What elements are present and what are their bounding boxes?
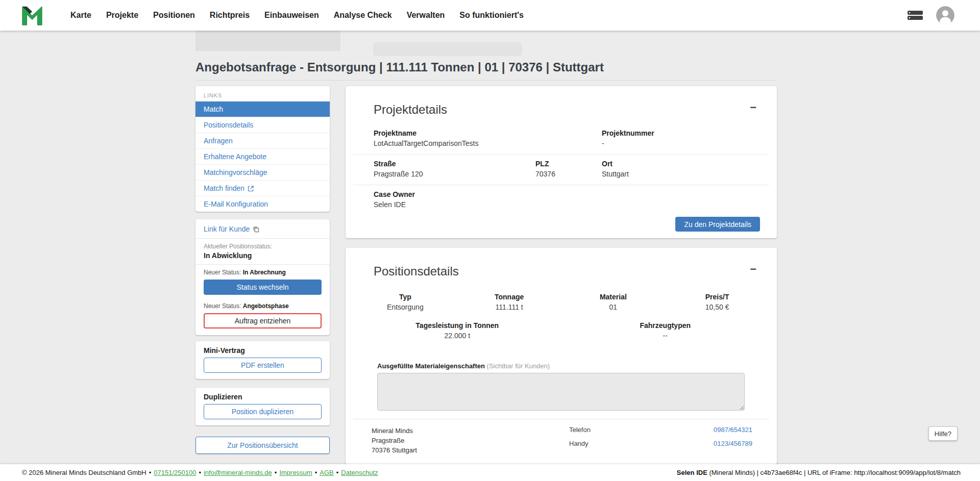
sidebar-item-matchingvorschlaege[interactable]: Matchingvorschläge bbox=[195, 164, 330, 180]
stat-value: 01 bbox=[561, 303, 666, 311]
telefon-link[interactable]: 0987/654321 bbox=[714, 426, 752, 434]
project-row-2: Straße Pragstraße 120 PLZ 70376 Ort Stut… bbox=[353, 155, 769, 185]
duplicate-position-button[interactable]: Position duplizieren bbox=[204, 404, 322, 419]
stat-value: 111.111 t bbox=[457, 303, 561, 311]
links-card: LINKS Match Positionsdetails Anfragen Er… bbox=[195, 86, 330, 212]
nav-item-projekte[interactable]: Projekte bbox=[106, 11, 138, 20]
nav-item-so-funktionierts[interactable]: So funktioniert's bbox=[459, 11, 524, 20]
stat-value: 10,50 € bbox=[665, 303, 769, 311]
footer-separator: • bbox=[149, 469, 152, 476]
external-link-icon bbox=[248, 186, 254, 192]
field-value: LotActualTargetComparisonTests bbox=[374, 139, 602, 147]
stat-label: Material bbox=[561, 293, 666, 301]
footer-session-text: (Mineral Minds) | c4b73ae68f4c | URL of … bbox=[707, 469, 961, 476]
sidebar-item-match-finden[interactable]: Match finden bbox=[195, 180, 330, 196]
field-value: - bbox=[602, 139, 769, 147]
sidebar-item-match[interactable]: Match bbox=[195, 101, 330, 117]
stat-value: -- bbox=[561, 332, 770, 340]
next-status-value: Angebotsphase bbox=[243, 302, 289, 310]
field-projektnummer: Projektnummer - bbox=[602, 129, 769, 147]
position-details-header: Positionsdetails − bbox=[346, 248, 777, 286]
collapse-project-details-button[interactable]: − bbox=[750, 103, 756, 113]
back-to-positions-button[interactable]: Zur Positionsübersicht bbox=[195, 437, 330, 454]
sidebar-item-label: E-Mail Konfiguration bbox=[204, 196, 268, 212]
sidebar-item-email-konfiguration[interactable]: E-Mail Konfiguration bbox=[195, 196, 330, 212]
project-row-1: Projektname LotActualTargetComparisonTes… bbox=[353, 124, 769, 155]
sidebar-item-label: Positionsdetails bbox=[204, 117, 253, 133]
footer-separator: • bbox=[315, 469, 317, 476]
divider bbox=[353, 419, 769, 419]
current-status-label: Aktueller Positionsstatus: bbox=[204, 243, 322, 250]
stat-label: Tonnage bbox=[457, 293, 561, 301]
pdf-create-button[interactable]: PDF erstellen bbox=[204, 358, 322, 373]
mini-contract-title: Mini-Vertrag bbox=[195, 341, 330, 358]
footer-user: Selen IDE bbox=[677, 469, 707, 476]
telefon-label: Telefon bbox=[569, 426, 591, 434]
stat-label: Tagesleistung in Tonnen bbox=[353, 321, 561, 330]
stat-label: Preis/T bbox=[665, 293, 769, 301]
help-button[interactable]: Hilfe? bbox=[928, 426, 958, 441]
contact-block: Mineral Minds Pragstraße 70376 Stuttgart… bbox=[372, 426, 752, 455]
next-status-2: Neuer Status: Angebotsphase bbox=[195, 298, 330, 311]
person-icon bbox=[936, 6, 954, 24]
field-label: Case Owner bbox=[374, 190, 769, 198]
material-properties-textarea[interactable] bbox=[377, 373, 745, 411]
project-details-title: Projektdetails bbox=[374, 103, 447, 117]
collapse-position-details-button[interactable]: − bbox=[750, 264, 756, 274]
sidebar-item-label: Matchingvorschläge bbox=[204, 165, 267, 181]
status-card: Link für Kunde Aktueller Positionsstatus… bbox=[195, 219, 330, 335]
status-change-button[interactable]: Status wechseln bbox=[204, 280, 322, 295]
main-nav: Karte Projekte Positionen Richtpreis Ein… bbox=[70, 11, 524, 20]
to-project-details-button[interactable]: Zu den Projektdetails bbox=[675, 217, 760, 232]
handy-link[interactable]: 0123/456789 bbox=[714, 440, 752, 447]
current-status-value: In Abwicklung bbox=[204, 251, 322, 260]
nav-item-positionen[interactable]: Positionen bbox=[153, 11, 195, 20]
scrolled-content-remnant-pill bbox=[373, 42, 522, 56]
footer-separator: • bbox=[336, 469, 339, 476]
nav-item-einbauweisen[interactable]: Einbauweisen bbox=[264, 11, 319, 20]
scrolled-content-remnant bbox=[195, 31, 340, 51]
field-ort: Ort Stuttgart bbox=[602, 160, 769, 178]
project-details-card: Projektdetails − Projektname LotActualTa… bbox=[346, 86, 777, 238]
material-properties-hint: (Sichtbar für Kunden) bbox=[487, 362, 550, 370]
customer-link-label: Link für Kunde bbox=[204, 225, 250, 233]
top-navbar: Karte Projekte Positionen Richtpreis Ein… bbox=[0, 0, 980, 31]
field-plz: PLZ 70376 bbox=[535, 160, 602, 178]
footer-email-link[interactable]: info@mineral-minds.de bbox=[204, 469, 272, 476]
field-label: PLZ bbox=[535, 160, 602, 168]
links-header: LINKS bbox=[195, 86, 330, 101]
navbar-right-icons bbox=[908, 6, 954, 24]
page-title: Angebotsanfrage - Entsorgung | 111.111 T… bbox=[195, 60, 777, 74]
field-value: Stuttgart bbox=[602, 170, 769, 178]
footer-phone-link[interactable]: 07151/250100 bbox=[154, 469, 196, 476]
project-details-header: Projektdetails − bbox=[346, 86, 777, 124]
sidebar-item-label: Anfragen bbox=[204, 133, 233, 149]
copy-icon bbox=[253, 226, 259, 233]
nav-item-richtpreis[interactable]: Richtpreis bbox=[210, 11, 250, 20]
server-icon[interactable] bbox=[908, 10, 923, 20]
contact-phones: Telefon 0987/654321 Handy 0123/456789 bbox=[569, 426, 752, 453]
withdraw-order-button[interactable]: Auftrag entziehen bbox=[204, 313, 322, 328]
nav-item-karte[interactable]: Karte bbox=[70, 11, 91, 20]
mineral-minds-logo[interactable] bbox=[20, 5, 44, 26]
footer: © 2026 Mineral Minds Deutschland GmbH • … bbox=[0, 464, 980, 481]
sidebar-item-anfragen[interactable]: Anfragen bbox=[195, 133, 330, 148]
nav-item-analyse-check[interactable]: Analyse Check bbox=[334, 11, 392, 20]
sidebar-item-erhaltene-angebote[interactable]: Erhaltene Angebote bbox=[195, 148, 330, 164]
footer-impressum-link[interactable]: Impressum bbox=[279, 469, 312, 476]
nav-item-verwalten[interactable]: Verwalten bbox=[407, 11, 445, 20]
customer-link[interactable]: Link für Kunde bbox=[195, 219, 330, 238]
position-stats: Typ Entsorgung Tonnage 111.111 t Materia… bbox=[353, 293, 769, 340]
project-fields: Projektname LotActualTargetComparisonTes… bbox=[353, 124, 769, 215]
user-avatar[interactable] bbox=[936, 6, 954, 24]
field-label: Projektname bbox=[374, 129, 602, 137]
footer-agb-link[interactable]: AGB bbox=[320, 469, 333, 476]
project-row-3: Case Owner Selen IDE bbox=[353, 185, 769, 215]
sidebar-item-positionsdetails[interactable]: Positionsdetails bbox=[195, 117, 330, 133]
stat-tonnage: Tonnage 111.111 t bbox=[457, 293, 561, 311]
material-properties-label: Ausgefüllte Materialeigenschaften (Sicht… bbox=[377, 362, 745, 370]
field-value: Selen IDE bbox=[374, 200, 769, 209]
stat-preis: Preis/T 10,50 € bbox=[665, 293, 769, 311]
next-status-label: Neuer Status: bbox=[204, 302, 241, 310]
footer-datenschutz-link[interactable]: Datenschutz bbox=[341, 469, 378, 476]
